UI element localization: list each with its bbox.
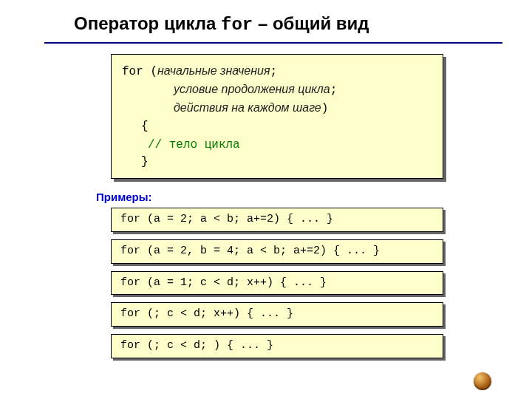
open-paren: (: [150, 65, 157, 78]
title-underline: [44, 42, 502, 44]
syntax-close-brace: }: [122, 154, 432, 171]
init-desc: начальные значения: [157, 64, 270, 77]
cond-desc: условие продолжения цикла: [174, 83, 330, 95]
example-3: for (a = 1; c < d; x++) { ... }: [111, 271, 443, 296]
semi-2: ;: [330, 83, 338, 97]
example-4: for (; c < d; x++) { ... }: [111, 302, 443, 327]
example-5: for (; c < d; ) { ... }: [111, 334, 443, 358]
syntax-comment-line: // тело цикла: [122, 135, 432, 154]
example-1: for (a = 2; a < b; a+=2) { ... }: [111, 208, 443, 232]
semi-1: ;: [270, 65, 278, 78]
step-desc: действия на каждом шаге: [174, 101, 321, 114]
close-paren: ): [321, 102, 329, 115]
syntax-line-3: действия на каждом шаге): [122, 99, 432, 117]
open-brace: {: [122, 118, 149, 135]
title-pre: Оператор цикла: [74, 13, 221, 33]
close-brace: }: [122, 154, 149, 171]
slide-title: Оператор цикла for – общий вид: [0, 0, 532, 39]
syntax-line-1: for (начальные значения;: [122, 62, 432, 81]
examples-label: Примеры:: [96, 191, 532, 203]
title-keyword: for: [221, 15, 253, 35]
loop-body-comment: // тело цикла: [148, 138, 240, 151]
for-keyword: for: [122, 65, 150, 78]
example-2: for (a = 2, b = 4; a < b; a+=2) { ... }: [111, 239, 443, 264]
syntax-line-2: условие продолжения цикла;: [122, 81, 432, 99]
syntax-open-brace: {: [122, 118, 432, 135]
title-post: – общий вид: [253, 13, 369, 33]
syntax-box: for (начальные значения; условие продолж…: [111, 54, 443, 179]
decorative-disc-icon: [474, 372, 491, 390]
